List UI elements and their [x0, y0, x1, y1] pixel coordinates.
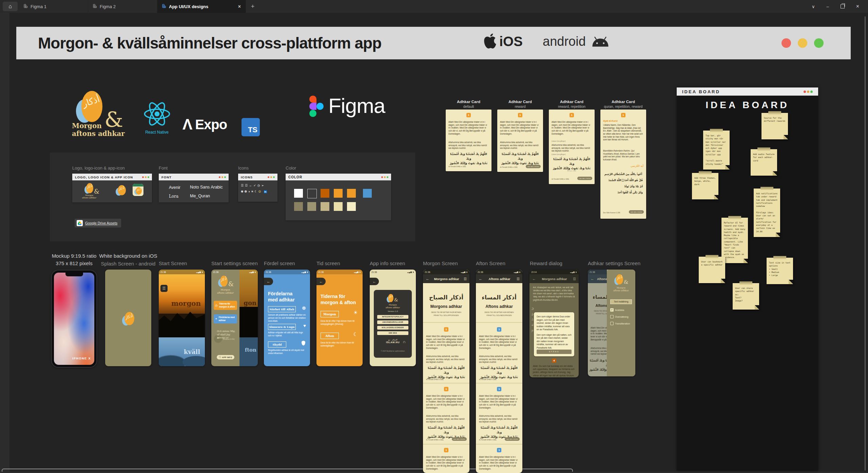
filter-icon[interactable]: ☲: [464, 277, 467, 281]
reward-dialog-screen[interactable]: 20:04▂▄▆ ▮ ← Morgons adhkar ☲ Ant, khala…: [529, 270, 579, 377]
font-window[interactable]: FONT Avenir Noto Sans Arabic Lora Me_Qur…: [159, 174, 229, 202]
tab-figma-2[interactable]: Figma 2: [88, 0, 157, 13]
start-settings-screen[interactable]: gon fton أذكار & Morgonaftons adhkar ◷ T…: [211, 270, 258, 366]
swatch-olive-dark[interactable]: [294, 202, 303, 211]
licenses-button[interactable]: KÄLLKODSLICENSER: [377, 326, 408, 330]
adhkar-card-default[interactable]: 1 Allah! Med Din välsignelse träder vi i…: [446, 110, 491, 171]
sticky-note-text-size[interactable]: Text size in text options • Small • Medi…: [767, 258, 793, 284]
sticky-note-sticky-header[interactable]: Top bar, gör sticky men när man scrollar…: [703, 131, 730, 170]
morgon-screen[interactable]: 21:36▂▄▆ ▮ ← Morgons adhkar ☲ أذكار الصب…: [423, 270, 469, 473]
vertical-scrollbar[interactable]: [865, 16, 866, 471]
read-reward-button[interactable]: LÄS BELÖNING: [526, 165, 541, 168]
filter-icon[interactable]: ☲: [573, 277, 576, 281]
swatch-white[interactable]: [294, 189, 303, 198]
react-native-logo[interactable]: React Native: [141, 100, 173, 138]
tab-app-uiux-designs[interactable]: App UI/UX designs ×: [157, 0, 246, 13]
afton-button[interactable]: Afton: [321, 333, 339, 339]
swatch-tan[interactable]: [321, 202, 329, 211]
back-button[interactable]: ←: [316, 278, 326, 285]
restore-icon[interactable]: [841, 4, 845, 8]
close-icon[interactable]: ×: [856, 3, 859, 9]
sticky-note-rewards-source[interactable]: Source for the different rewards: [761, 113, 788, 139]
sticky-note-share[interactable]: User can share specific adhkar as: Text?…: [733, 283, 759, 310]
swatch-orange[interactable]: [334, 189, 343, 198]
about-button[interactable]: OM OSS: [377, 331, 408, 335]
swatch-light-tan[interactable]: [334, 202, 343, 211]
app-logo[interactable]: أذكار & Morgonaftons adhkar: [72, 91, 140, 140]
new-tab-button[interactable]: +: [246, 0, 259, 13]
filter-icon[interactable]: ☲: [517, 277, 520, 281]
logo-window[interactable]: LOGO, LOGO ICON & APP ICON أذكار & Morgo…: [72, 174, 152, 202]
menu-button[interactable]: ☰: [160, 285, 168, 292]
swatch-olive[interactable]: [307, 202, 316, 211]
app-info-button[interactable]: ⓘ APP INFO: [217, 355, 234, 359]
morgon-button[interactable]: Morgon: [321, 311, 339, 317]
adhkar-card-frame-title[interactable]: Adhkar Card: [549, 100, 595, 104]
adhkar-card-frame-title[interactable]: Adhkar Card: [497, 100, 543, 104]
swatch-dark[interactable]: [307, 189, 317, 198]
splash-screen[interactable]: أذكار: [105, 270, 151, 366]
fordel-screen[interactable]: 21:36▂▄▆ ▮ ← Fördelarnamed adhkar Närhet…: [264, 270, 310, 366]
privacy-policy-button[interactable]: INTEGRITETSPOLICY: [377, 315, 408, 319]
sticky-note-notifications[interactable]: Add notifications tab under reward tab a…: [754, 189, 780, 237]
back-button[interactable]: ←: [370, 278, 379, 285]
read-reward-button[interactable]: LÄS BELÖNING: [577, 177, 592, 180]
idea-board-window[interactable]: IDEA BOARD IDEA BOARD Source for the dif…: [677, 87, 818, 471]
adhkar-card-quran[interactable]: 1 Ayat al-Kursi I Allahs Namn, Den Nåder…: [600, 110, 646, 219]
color-window[interactable]: COLOR: [286, 174, 391, 220]
google-drive-assets-label: Google Drive Assets: [85, 221, 117, 225]
swatch-dark-orange[interactable]: [321, 189, 329, 198]
chevron-down-icon[interactable]: ∨: [812, 4, 815, 9]
sticky-note-refactor-ui[interactable]: Refactor UI for reward and times screens…: [721, 218, 748, 263]
home-icon[interactable]: ⌂: [3, 2, 18, 11]
close-tab-icon[interactable]: ×: [238, 4, 241, 9]
close-dialog-button[interactable]: STÄNG: [537, 350, 572, 354]
tab-figma-1[interactable]: Figma 1: [19, 0, 88, 13]
swatch-cream[interactable]: [347, 202, 356, 211]
repetition-badge: 1: [518, 113, 522, 117]
figma-logo[interactable]: Figma: [309, 95, 408, 124]
sticky-note-themes[interactable]: Add three themes, beige, white, dark: [692, 173, 718, 199]
sticky-note-bookmark[interactable]: User can bookmark a specific adhkar: [699, 257, 725, 283]
google-drive-assets-link[interactable]: Google Drive Assets: [75, 219, 121, 228]
back-arrow-icon[interactable]: ←: [532, 277, 536, 281]
back-arrow-icon[interactable]: ←: [426, 277, 429, 281]
read-reward-button[interactable]: LÄS BELÖNING: [452, 437, 467, 441]
minimize-icon[interactable]: –: [826, 4, 829, 9]
benefits-button[interactable]: ✶ Fördelarna med adhkar: [214, 314, 237, 323]
expo-logo[interactable]: Λ Expo: [182, 116, 227, 133]
adhkar-card-reward-repetition[interactable]: 1 Allah! Med Din välsignelse träder vi i…: [549, 110, 595, 184]
swatch-blue[interactable]: [363, 189, 372, 198]
iphone-mockup[interactable]: IPHONE X: [51, 270, 97, 368]
tid-screen[interactable]: 21:36▂▄▆ ▮ ← Tiderna förmorgon & afton M…: [316, 270, 363, 366]
option-oversattning[interactable]: Översättning: [610, 315, 629, 318]
project-title-banner[interactable]: Morgon- & kvällsåminnelser cross-plattfo…: [16, 27, 851, 59]
sticky-note-audio-feature[interactable]: Add audio feature for each adhkar-card: [751, 149, 777, 176]
terms-button[interactable]: ANVÄNDARVILLKOR: [377, 320, 408, 324]
option-arabiska[interactable]: ✓Arabiska: [610, 308, 624, 312]
reward-dialog[interactable]: Den som säger denna Dua under dagen, och…: [534, 312, 574, 356]
typescript-logo[interactable]: TS: [242, 118, 260, 136]
read-reward-button[interactable]: LÄS BELÖNING: [505, 437, 520, 441]
afton-time-text: Dess tid är efter Asr-bönen fram till so…: [321, 341, 356, 348]
back-arrow-icon[interactable]: ←: [479, 277, 482, 281]
afton-screen[interactable]: 21:36▂▄▆ ▮ ← Aftons adhkar ☲ أذكار المسا…: [476, 270, 522, 473]
benefit-button-2[interactable]: Sinnesro & Lugn: [268, 324, 296, 330]
start-screen[interactable]: morgon kväll 21:36▂▄▆ ▮ ☰: [159, 270, 205, 366]
app-info-screen[interactable]: 21:36▂▄▆ ▮ ← أذكار & Morgonaftons adhkar…: [370, 270, 416, 366]
swatch-orange-2[interactable]: [347, 189, 356, 198]
back-button[interactable]: ←: [264, 278, 273, 285]
info-icon: ⓘ: [219, 356, 221, 359]
option-transliteration[interactable]: Transliteration: [610, 322, 630, 325]
benefit-button-1[interactable]: Närhet till Allah: [268, 306, 296, 312]
times-button[interactable]: ◷ Tiderna för morgon & afton: [214, 301, 237, 310]
icons-window[interactable]: ICONS ☰☲←✓◷➢ ✾❁◑☀☾❂ in: [238, 174, 277, 202]
read-reward-button[interactable]: LÄS BELÖNING: [629, 210, 644, 214]
adhkar-card-reward[interactable]: 1 Allah! Med Din välsignelse träder vi i…: [497, 110, 543, 172]
design-system-panel[interactable]: Logo, logo-icon & app-icon Font Icons Co…: [50, 153, 415, 241]
adhkar-card-frame-title[interactable]: Adhkar Card: [446, 100, 491, 104]
benefit-button-3[interactable]: Skydd: [268, 341, 286, 348]
adhkar-settings-screen[interactable]: 21:36 ← Aftons adhkar أذكار المساء Afton…: [588, 270, 635, 376]
repetition-badge: 1: [466, 113, 471, 117]
adhkar-card-frame-title[interactable]: Adhkar Card: [600, 100, 646, 104]
